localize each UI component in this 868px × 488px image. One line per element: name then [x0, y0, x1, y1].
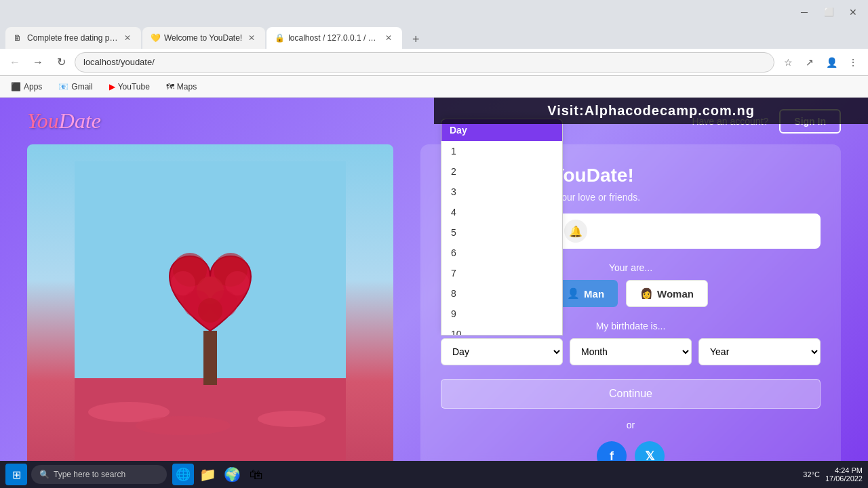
tab-1[interactable]: 🗎 Complete free dating platform s... ✕	[5, 27, 141, 49]
heart-tree-svg	[75, 161, 346, 466]
gmail-favicon: 📧	[58, 82, 68, 92]
nav-icons: ☆ ↗ 👤 ⋮	[778, 53, 863, 72]
folder-icon: 📁	[199, 466, 216, 483]
browser-chrome: ─ ⬜ ✕ 🗎 Complete free dating platform s.…	[0, 0, 868, 98]
logo-you: You	[27, 108, 59, 133]
store-icon: 🛍	[250, 467, 263, 483]
tab-favicon-2: 💛	[151, 33, 160, 43]
day-item-9[interactable]: 9	[441, 304, 562, 324]
search-placeholder: Type here to search	[54, 470, 125, 479]
maps-label: Maps	[177, 82, 197, 92]
bell-button[interactable]: 🔔	[564, 220, 587, 243]
tab-favicon-1: 🗎	[14, 33, 23, 43]
woman-icon: 👩	[640, 287, 653, 300]
youtube-label: YouTube	[118, 82, 150, 92]
minimize-btn[interactable]: ─	[795, 3, 814, 22]
day-item-3[interactable]: 3	[441, 182, 562, 202]
day-item-7[interactable]: 7	[441, 263, 562, 283]
bookmark-maps[interactable]: 🗺 Maps	[163, 81, 199, 93]
day-dropdown-open[interactable]: Day 1 2 3 4 5 6 7 8 9 10 11 12 13	[441, 119, 563, 336]
tab-close-3[interactable]: ✕	[383, 33, 394, 43]
tab-close-1[interactable]: ✕	[122, 33, 133, 43]
maximize-btn[interactable]: ⬜	[819, 3, 838, 22]
day-select[interactable]: Day	[441, 338, 563, 365]
bookmarks-bar: ⬛ Apps 📧 Gmail ▶ YouTube 🗺 Maps	[0, 76, 868, 98]
day-item-2[interactable]: 2	[441, 161, 562, 182]
tab-title-3: localhost / 127.0.0.1 / youdate...	[288, 33, 379, 43]
heart-scene	[27, 144, 393, 483]
new-tab-btn[interactable]: +	[406, 30, 425, 49]
or-divider: or	[441, 420, 821, 430]
hero-image-container	[27, 144, 393, 483]
logo-date: Date	[59, 108, 101, 133]
time-text: 4:24 PM	[825, 466, 863, 474]
edge-icon: 🌐	[176, 467, 191, 482]
taskbar-app-4[interactable]: 🛍	[245, 464, 267, 485]
day-dropdown-container: Day 1 2 3 4 5 6 7 8 9 10 11 12 13	[441, 338, 563, 365]
main-layout: Welcome to YouDate! A place where you ca…	[0, 144, 868, 481]
profile-icon[interactable]: 👤	[822, 53, 841, 72]
site-logo: YouDate	[27, 108, 101, 134]
temp-text: 32°C	[803, 470, 820, 479]
refresh-btn[interactable]: ↻	[52, 53, 71, 72]
taskbar-right: 32°C 4:24 PM 17/06/2022	[803, 466, 863, 483]
svg-point-12	[258, 411, 326, 427]
year-select[interactable]: Year 2000 2001	[698, 338, 821, 365]
taskbar-app-3[interactable]: 🌍	[221, 464, 243, 485]
address-bar[interactable]: localhost/youdate/	[75, 52, 774, 73]
forward-btn[interactable]: →	[28, 53, 47, 72]
bookmark-youtube[interactable]: ▶ YouTube	[106, 81, 153, 93]
youtube-favicon: ▶	[109, 82, 115, 92]
menu-icon[interactable]: ⋮	[844, 53, 863, 72]
page-content: Visit:Alphacodecamp.com.ng YouDate Have …	[0, 98, 868, 488]
tab-2[interactable]: 💛 Welcome to YouDate! ✕	[142, 27, 265, 49]
day-item-5[interactable]: 5	[441, 222, 562, 243]
tab-bar: 🗎 Complete free dating platform s... ✕ 💛…	[0, 24, 868, 49]
woman-label: Woman	[657, 288, 694, 300]
man-button[interactable]: 👤 Man	[553, 280, 618, 307]
day-item-8[interactable]: 8	[441, 283, 562, 304]
apps-label: Apps	[24, 82, 42, 92]
taskbar-time: 4:24 PM 17/06/2022	[825, 466, 863, 483]
month-select[interactable]: Month January February March	[570, 338, 692, 365]
tab-3[interactable]: 🔒 localhost / 127.0.0.1 / youdate... ✕	[267, 27, 402, 49]
year-select-container: Year 2000 2001	[698, 338, 821, 365]
tab-close-2[interactable]: ✕	[246, 33, 257, 43]
browser-icon: 🌍	[224, 466, 241, 483]
apps-favicon: ⬛	[11, 82, 21, 92]
watermark: Visit:Alphacodecamp.com.ng	[434, 98, 868, 124]
maps-favicon: 🗺	[166, 82, 174, 92]
taskbar: ⊞ 🔍 Type here to search 🌐 📁 🌍 🛍 32°C 4:2…	[0, 461, 868, 488]
close-btn[interactable]: ✕	[844, 3, 863, 22]
nav-bar: ← → ↻ localhost/youdate/ ☆ ↗ 👤 ⋮	[0, 49, 868, 76]
start-button[interactable]: ⊞	[5, 464, 27, 485]
woman-button[interactable]: 👩 Woman	[626, 280, 708, 307]
tab-favicon-3: 🔒	[275, 33, 284, 43]
bookmark-apps[interactable]: ⬛ Apps	[8, 81, 45, 93]
day-item-10[interactable]: 10	[441, 324, 562, 336]
day-item-4[interactable]: 4	[441, 202, 562, 222]
taskbar-app-2[interactable]: 📁	[197, 464, 218, 485]
taskbar-apps: 🌐 📁 🌍 🛍	[172, 464, 267, 485]
share-icon[interactable]: ↗	[800, 53, 819, 72]
birthdate-selects: Day 1 2 3 4 5 6 7 8 9 10 11 12 13	[441, 338, 821, 365]
star-icon[interactable]: ☆	[778, 53, 797, 72]
svg-rect-2	[203, 331, 217, 385]
title-bar: ─ ⬜ ✕	[0, 0, 868, 24]
bookmark-gmail[interactable]: 📧 Gmail	[56, 81, 95, 93]
gmail-label: Gmail	[71, 82, 92, 92]
svg-point-13	[136, 416, 231, 435]
tab-title-1: Complete free dating platform s...	[27, 33, 118, 43]
registration-card: Welcome to YouDate! A place where you ca…	[420, 144, 841, 481]
month-select-container: Month January February March	[570, 338, 692, 365]
search-icon: 🔍	[39, 470, 50, 479]
back-btn[interactable]: ←	[5, 53, 24, 72]
taskbar-search[interactable]: 🔍 Type here to search	[31, 465, 167, 484]
svg-point-10	[198, 298, 222, 323]
taskbar-app-1[interactable]: 🌐	[172, 464, 194, 485]
day-item-6[interactable]: 6	[441, 243, 562, 263]
address-text: localhost/youdate/	[83, 57, 155, 67]
tab-title-2: Welcome to YouDate!	[164, 33, 242, 43]
continue-button[interactable]: Continue	[441, 379, 821, 409]
date-text: 17/06/2022	[825, 474, 863, 483]
